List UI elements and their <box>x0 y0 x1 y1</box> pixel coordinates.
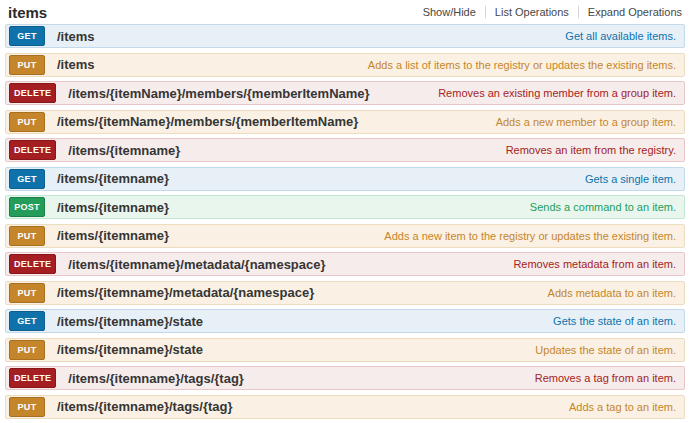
http-method-badge[interactable]: POST <box>9 197 45 217</box>
operation-row[interactable]: GET /items/{itemname} Gets a single item… <box>5 167 685 191</box>
operation-row[interactable]: PUT /items/{itemname}/tags/{tag} Adds a … <box>5 395 685 419</box>
http-method-badge[interactable]: PUT <box>9 226 45 246</box>
operation-path-link[interactable]: /items/{itemname}/tags/{tag} <box>68 371 244 386</box>
operation-row[interactable]: DELETE /items/{itemname}/tags/{tag} Remo… <box>5 366 685 390</box>
operation-description: Gets a single item. <box>585 173 676 185</box>
operation-row[interactable]: GET /items Get all available items. <box>5 24 685 48</box>
operation-row[interactable]: POST /items/{itemname} Sends a command t… <box>5 195 685 219</box>
operation-description: Sends a command to an item. <box>530 201 676 213</box>
section-header: items Show/Hide List Operations Expand O… <box>5 2 685 24</box>
operation-row[interactable]: GET /items/{itemname}/state Gets the sta… <box>5 309 685 333</box>
http-method-badge[interactable]: PUT <box>9 55 45 75</box>
http-method-badge[interactable]: PUT <box>9 340 45 360</box>
operation-description: Gets the state of an item. <box>553 315 676 327</box>
operation-path-link[interactable]: /items/{itemname} <box>57 228 169 243</box>
operations-list: GET /items Get all available items. PUT … <box>5 24 685 423</box>
operation-description: Get all available items. <box>565 30 676 42</box>
operation-row[interactable]: PUT /items/{itemname}/state Updates the … <box>5 338 685 362</box>
http-method-badge[interactable]: DELETE <box>9 254 56 274</box>
operation-row[interactable]: PUT /items/{itemName}/members/{memberIte… <box>5 110 685 134</box>
operation-path-link[interactable]: /items/{itemname} <box>57 200 169 215</box>
operation-description: Adds a tag to an item. <box>569 401 676 413</box>
operation-path-link[interactable]: /items <box>57 57 95 72</box>
http-method-badge[interactable]: PUT <box>9 112 45 132</box>
operation-path-link[interactable]: /items/{itemname}/state <box>57 342 203 357</box>
operation-row[interactable]: DELETE /items/{itemname} Removes an item… <box>5 138 685 162</box>
operation-path-link[interactable]: /items/{itemname}/tags/{tag} <box>57 399 233 414</box>
operation-row[interactable]: DELETE /items/{itemName}/members/{member… <box>5 81 685 105</box>
section-title: items <box>8 4 47 21</box>
operation-description: Removes an existing member from a group … <box>438 87 676 99</box>
operation-description: Adds a list of items to the registry or … <box>368 59 676 71</box>
operation-row[interactable]: PUT /items/{itemname}/metadata/{namespac… <box>5 281 685 305</box>
http-method-badge[interactable]: GET <box>9 26 45 46</box>
http-method-badge[interactable]: PUT <box>9 283 45 303</box>
http-method-badge[interactable]: DELETE <box>9 140 56 160</box>
operation-path-link[interactable]: /items/{itemname} <box>57 171 169 186</box>
operation-path-link[interactable]: /items/{itemname}/metadata/{namespace} <box>57 285 314 300</box>
operation-row[interactable]: PUT /items Adds a list of items to the r… <box>5 53 685 77</box>
operation-description: Adds metadata to an item. <box>548 287 676 299</box>
http-method-badge[interactable]: GET <box>9 169 45 189</box>
operation-description: Removes metadata from an item. <box>513 258 676 270</box>
http-method-badge[interactable]: PUT <box>9 397 45 417</box>
operation-path-link[interactable]: /items/{itemname} <box>68 143 180 158</box>
section-header-links: Show/Hide List Operations Expand Operati… <box>414 6 684 18</box>
operation-row[interactable]: PUT /items/{itemname} Adds a new item to… <box>5 224 685 248</box>
operation-path-link[interactable]: /items <box>57 29 95 44</box>
operation-row[interactable]: DELETE /items/{itemname}/metadata/{names… <box>5 252 685 276</box>
operation-path-link[interactable]: /items/{itemname}/metadata/{namespace} <box>68 257 325 272</box>
operation-path-link[interactable]: /items/{itemname}/state <box>57 314 203 329</box>
operation-path-link[interactable]: /items/{itemName}/members/{memberItemNam… <box>68 86 369 101</box>
operation-description: Adds a new item to the registry or updat… <box>384 230 676 242</box>
expand-operations-link[interactable]: Expand Operations <box>579 6 684 18</box>
operation-path-link[interactable]: /items/{itemName}/members/{memberItemNam… <box>57 114 358 129</box>
operation-description: Removes an item from the registry. <box>506 144 676 156</box>
http-method-badge[interactable]: GET <box>9 311 45 331</box>
http-method-badge[interactable]: DELETE <box>9 83 56 103</box>
http-method-badge[interactable]: DELETE <box>9 368 56 388</box>
show-hide-link[interactable]: Show/Hide <box>414 6 485 18</box>
api-items-section: items Show/Hide List Operations Expand O… <box>0 0 690 423</box>
operation-description: Adds a new member to a group item. <box>496 116 676 128</box>
operation-description: Updates the state of an item. <box>535 344 676 356</box>
operation-description: Removes a tag from an item. <box>535 372 676 384</box>
list-operations-link[interactable]: List Operations <box>486 6 578 18</box>
